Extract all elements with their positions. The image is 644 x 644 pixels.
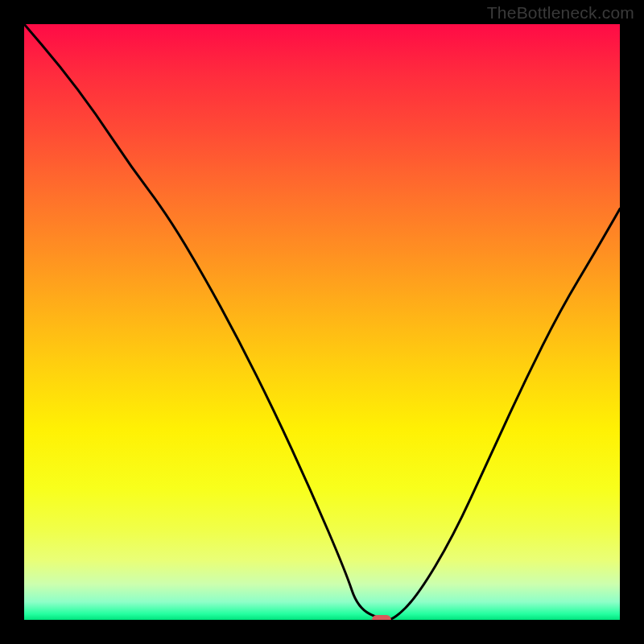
watermark-label: TheBottleneck.com	[487, 3, 634, 23]
chart-stage: TheBottleneck.com	[0, 0, 644, 644]
optimal-point-marker	[372, 615, 391, 620]
bottleneck-curve	[24, 24, 620, 620]
plot-area	[24, 24, 620, 620]
